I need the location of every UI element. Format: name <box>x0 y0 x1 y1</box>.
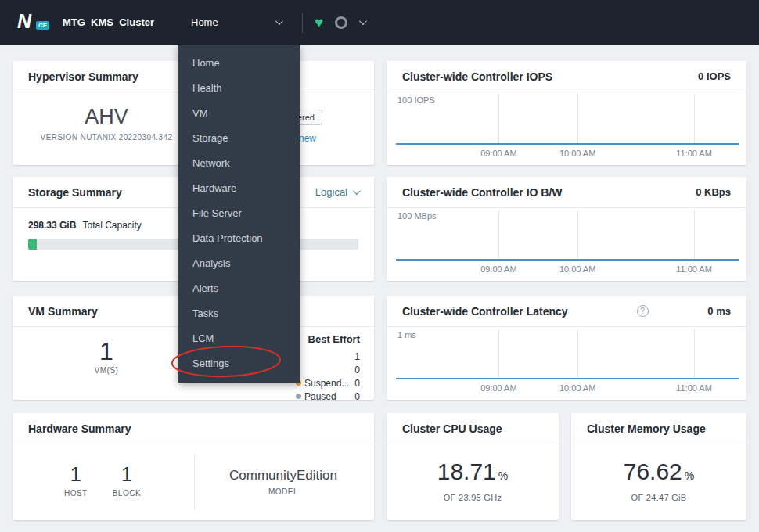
iops-current-value: 0 IOPS <box>698 70 731 82</box>
gridline <box>577 210 578 259</box>
menu-item-hardware[interactable]: Hardware <box>178 176 300 201</box>
host-count: 1 <box>64 463 88 485</box>
block-count: 1 <box>113 463 141 485</box>
menu-item-tasks[interactable]: Tasks <box>178 301 300 326</box>
card-title: Hypervisor Summary <box>28 70 138 83</box>
card-header: Cluster-wide Controller IO B/W 0 KBps <box>387 177 746 208</box>
menu-item-home[interactable]: Home <box>178 51 300 76</box>
cpu-usage-card: Cluster CPU Usage 18.71% OF 23.95 GHz <box>387 413 559 520</box>
nutanix-logo-icon[interactable]: N CE <box>17 10 49 34</box>
hypervisor-name: AHV <box>13 105 200 128</box>
host-stat: 1 HOST <box>64 463 88 498</box>
latency-current-value: 0 ms <box>707 305 731 317</box>
menu-item-network[interactable]: Network <box>178 151 300 176</box>
menu-item-data-protection[interactable]: Data Protection <box>178 226 300 251</box>
storage-view-selector[interactable]: Logical <box>315 186 358 198</box>
vm-state-value: 0 <box>354 378 360 389</box>
vm-table-header: Best Effort <box>296 333 360 345</box>
vm-state-value: 0 <box>354 365 360 376</box>
vm-count-block: 1 VM(S) <box>13 338 200 375</box>
memory-usage-value: 76.62 <box>624 458 682 484</box>
chevron-down-icon[interactable] <box>359 17 367 25</box>
host-label: HOST <box>64 489 88 498</box>
time-tick: 11:00 AM <box>676 149 712 158</box>
card-header: Cluster-wide Controller IOPS 0 IOPS <box>387 61 746 92</box>
time-tick: 09:00 AM <box>480 383 516 393</box>
block-stat: 1 BLOCK <box>113 463 141 498</box>
top-navigation-bar: N CE MTG_KMS_Cluster Home ♥ <box>0 0 759 45</box>
vm-state-value: 0 <box>354 391 360 401</box>
controller-iops-card: Cluster-wide Controller IOPS 0 IOPS 100 … <box>387 61 746 165</box>
card-title: Cluster CPU Usage <box>402 422 502 435</box>
health-heart-icon[interactable]: ♥ <box>315 15 323 30</box>
card-title: Storage Summary <box>28 186 122 199</box>
iops-chart: 100 IOPS 09:00 AM 10:00 AM 11:00 AM <box>396 92 739 165</box>
hardware-model-label: MODEL <box>200 487 366 496</box>
total-capacity-value: 298.33 GiB <box>28 220 76 231</box>
menu-item-storage[interactable]: Storage <box>178 126 300 151</box>
time-tick: 11:00 AM <box>676 264 712 274</box>
memory-capacity: OF 24.47 GiB <box>571 493 746 502</box>
gridline <box>498 94 499 143</box>
menu-item-vm[interactable]: VM <box>178 101 300 126</box>
hardware-counts: 1 HOST 1 BLOCK <box>13 463 192 498</box>
time-tick: 10:00 AM <box>559 383 595 393</box>
cpu-usage-unit: % <box>498 469 508 482</box>
vm-state-value: 1 <box>354 351 360 362</box>
ce-badge: CE <box>36 21 49 30</box>
divider <box>194 454 195 509</box>
iobw-chart: 100 MBps 09:00 AM 10:00 AM 11:00 AM <box>396 208 739 281</box>
iops-series-line <box>396 143 739 145</box>
menu-item-alerts[interactable]: Alerts <box>178 276 300 301</box>
vm-state-row: Suspend... 0 <box>296 376 360 390</box>
card-title: VM Summary <box>28 305 98 318</box>
card-title: Cluster-wide Controller Latency <box>402 305 568 318</box>
hypervisor-version: VERSION NUTANIX 20220304.342 <box>13 133 200 142</box>
total-capacity-line: 298.33 GiB Total Capacity <box>28 220 142 231</box>
cpu-usage-value: 18.71 <box>437 458 496 484</box>
nav-dropdown-menu: Home Health VM Storage Network Hardware … <box>178 45 300 383</box>
cpu-capacity: OF 23.95 GHz <box>387 493 559 502</box>
iobw-series-line <box>396 259 739 261</box>
controller-iobw-card: Cluster-wide Controller IO B/W 0 KBps 10… <box>387 177 746 281</box>
state-dot-icon <box>296 394 301 399</box>
chevron-down-icon <box>275 17 283 25</box>
card-header: Cluster-wide Controller Latency ? 0 ms <box>387 296 746 327</box>
menu-item-settings[interactable]: Settings <box>178 351 300 376</box>
menu-item-health[interactable]: Health <box>178 76 300 101</box>
menu-item-lcm[interactable]: LCM <box>178 326 300 351</box>
iobw-current-value: 0 KBps <box>696 186 731 198</box>
latency-plot-area <box>396 329 739 378</box>
gridline <box>498 210 499 259</box>
nav-home-label: Home <box>191 16 218 28</box>
card-title: Cluster-wide Controller IO B/W <box>402 186 563 199</box>
menu-item-file-server[interactable]: File Server <box>178 201 300 226</box>
memory-usage-unit: % <box>685 469 694 482</box>
vm-state-row: Paused 0 <box>296 390 360 400</box>
help-icon[interactable]: ? <box>637 305 649 317</box>
gridline <box>577 329 578 378</box>
gridline <box>498 329 499 378</box>
cluster-name: MTG_KMS_Cluster <box>63 0 154 45</box>
vm-count: 1 <box>13 338 200 365</box>
user-ring-icon[interactable] <box>335 16 347 29</box>
hypervisor-info: AHV VERSION NUTANIX 20220304.342 <box>13 105 200 142</box>
storage-usage-bar-fill <box>28 239 37 250</box>
cpu-usage-block: 18.71% OF 23.95 GHz <box>387 458 559 502</box>
chevron-down-icon <box>353 187 361 195</box>
vm-state-table: Best Effort 1 0 Suspend... 0 Paused 0 <box>296 333 360 400</box>
menu-item-analysis[interactable]: Analysis <box>178 251 300 276</box>
card-title: Cluster Memory Usage <box>587 422 706 435</box>
nav-home-dropdown-trigger[interactable]: Home <box>178 0 300 45</box>
card-title: Hardware Summary <box>28 422 131 435</box>
logo-letter: N <box>17 10 31 32</box>
total-capacity-label: Total Capacity <box>83 220 142 231</box>
hardware-model: CommunityEdition <box>200 468 366 483</box>
memory-usage-card: Cluster Memory Usage 76.62% OF 24.47 GiB <box>571 413 746 520</box>
iobw-plot-area <box>396 210 739 259</box>
vm-state-label: Suspend... <box>304 378 351 389</box>
vm-state-row: 0 <box>296 363 360 376</box>
prism-dashboard: Hypervisor Summary AHV VERSION NUTANIX 2… <box>0 0 759 532</box>
memory-usage-block: 76.62% OF 24.47 GiB <box>571 458 746 502</box>
divider <box>302 13 303 33</box>
